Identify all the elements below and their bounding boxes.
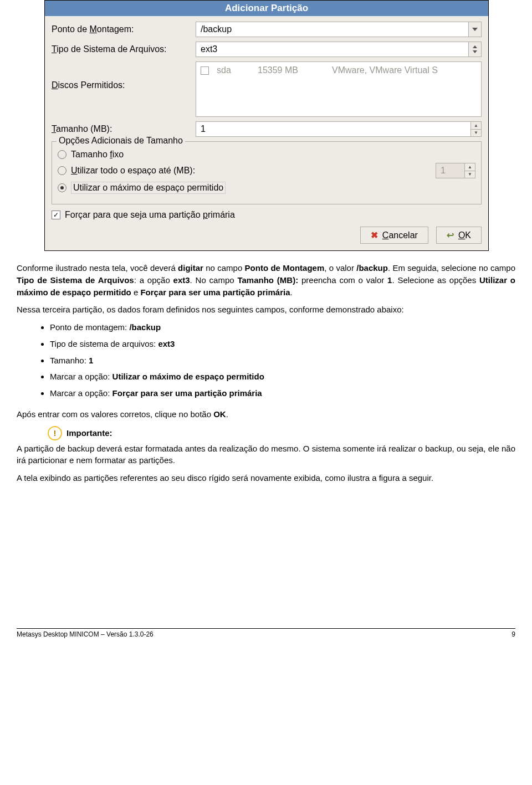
disk-size: 15359 MB [258,65,324,75]
warning-icon: ! [48,426,62,440]
ok-button[interactable]: ↩ OK [436,227,482,244]
radio-icon[interactable] [58,183,66,192]
list-item: Tamanho: 1 [50,355,515,367]
footer-page-number: 9 [511,630,515,638]
allowable-drives-label: Discos Permitidos: [52,61,196,90]
ok-label: OK [458,230,471,240]
disk-model: VMware, VMware Virtual S [332,65,477,75]
list-item: Marcar a opção: Utilizar o máximo de esp… [50,371,515,383]
important-heading: ! Importante: [48,426,515,440]
size-label: Tamanho (MB): [52,124,196,134]
force-primary-checkbox-row[interactable]: ✓ Forçar para que seja uma partição prim… [52,210,482,220]
mount-point-dropdown-button[interactable] [468,22,481,37]
paragraph-3: Após entrar com os valores corretos, cli… [17,408,515,420]
list-item: Tipo de sistema de arquivos: ext3 [50,338,515,350]
dialog-body: Ponto de Montagem: /backup Tipo de Siste… [45,16,488,250]
mount-point-label: Ponto de Montagem: [52,24,196,34]
disk-row[interactable]: sda 15359 MB VMware, VMware Virtual S [201,65,477,75]
dialog-title: Adicionar Partição [45,1,488,16]
dialog-button-row: ✖ Cancelar ↩ OK [52,227,482,244]
svg-marker-0 [473,45,477,48]
paragraph-1: Conforme ilustrado nesta tela, você deve… [17,262,515,298]
chevron-down-icon [472,28,478,31]
cancel-icon: ✖ [371,230,378,240]
force-primary-label: Forçar para que seja uma partição primár… [65,210,235,220]
allowable-drives-list[interactable]: sda 15359 MB VMware, VMware Virtual S [196,61,482,117]
list-item: Marcar a opção: Forçar para ser uma part… [50,387,515,399]
additional-size-options: Opções Adicionais de Tamanho Tamanho fix… [52,141,482,204]
filesystem-type-label: Tipo de Sistema de Arquivos: [52,44,196,54]
svg-marker-1 [473,50,477,53]
page-footer: Metasys Desktop MINICOM – Versão 1.3.0-2… [17,628,515,638]
filesystem-type-dropdown-button[interactable] [468,42,481,57]
mount-point-value[interactable]: /backup [196,22,468,37]
updown-icon [472,45,478,53]
important-label: Importante: [66,427,112,439]
radio-fixed-size[interactable]: Tamanho fixo [58,150,475,160]
document-body: Conforme ilustrado nesta tela, você deve… [0,251,532,484]
checkbox-icon[interactable]: ✓ [52,211,60,219]
filesystem-type-combo[interactable]: ext3 [196,42,482,57]
disk-checkbox[interactable] [201,66,209,75]
size-spin-buttons[interactable]: ▲▼ [470,122,481,136]
paragraph-2: Nessa terceira partição, os dados foram … [17,304,515,316]
size-value[interactable]: 1 [196,122,470,136]
list-item: Ponto de montagem: /backup [50,321,515,334]
ok-icon: ↩ [447,230,454,240]
filesystem-type-value[interactable]: ext3 [196,42,468,57]
radio-fixed-label: Tamanho fixo [71,150,124,160]
cancel-button[interactable]: ✖ Cancelar [360,227,428,244]
radio-fill-up-to[interactable]: Utilizar todo o espaço até (MB): 1 ▲▼ [58,163,475,178]
mount-point-combo[interactable]: /backup [196,22,482,37]
add-partition-dialog: Adicionar Partição Ponto de Montagem: /b… [44,0,489,251]
footer-left: Metasys Desktop MINICOM – Versão 1.3.0-2… [17,630,154,638]
important-text: A partição de backup deverá estar format… [17,443,515,467]
fill-up-value: 1 [436,163,464,178]
additional-size-legend: Opções Adicionais de Tamanho [57,136,185,146]
size-spinner[interactable]: 1 ▲▼ [196,121,482,137]
radio-fill-up-label: Utilizar todo o espaço até (MB): [71,166,431,176]
disk-name: sda [217,65,250,75]
radio-fill-max-label: Utilizar o máximo de espaço permitido [71,182,226,194]
radio-icon[interactable] [58,150,66,159]
fill-up-spin-buttons: ▲▼ [464,163,475,178]
radio-icon[interactable] [58,166,66,175]
fill-up-spinner: 1 ▲▼ [436,163,475,178]
radio-fill-max[interactable]: Utilizar o máximo de espaço permitido [58,182,475,194]
config-list: Ponto de montagem: /backup Tipo de siste… [17,321,515,399]
paragraph-4: A tela exibindo as partições referentes … [17,472,515,484]
cancel-label: Cancelar [382,230,418,240]
